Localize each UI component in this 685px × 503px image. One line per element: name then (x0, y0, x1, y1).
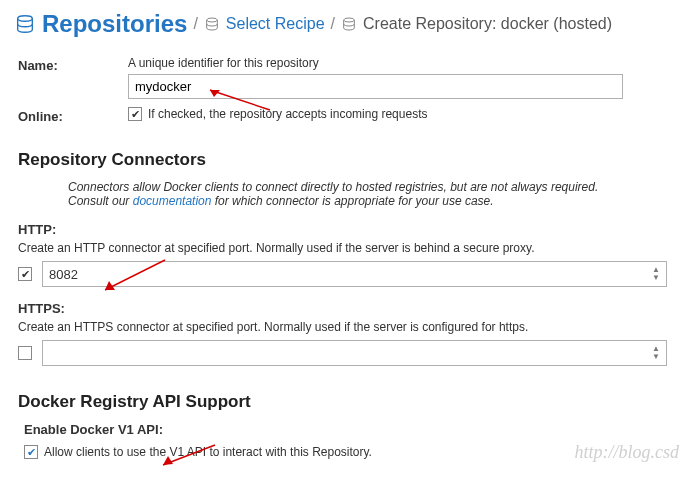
name-input[interactable] (128, 74, 623, 99)
breadcrumb-root[interactable]: Repositories (42, 10, 187, 38)
online-label: Online: (18, 107, 128, 124)
api-sub-label: Enable Docker V1 API: (24, 422, 667, 437)
name-hint: A unique identifier for this repository (128, 56, 667, 70)
online-text: If checked, the repository accepts incom… (148, 107, 427, 121)
https-port-input[interactable]: ▲▼ (42, 340, 667, 366)
documentation-link[interactable]: documentation (133, 194, 212, 208)
https-checkbox[interactable] (18, 346, 32, 360)
api-title: Docker Registry API Support (18, 392, 667, 412)
http-checkbox[interactable] (18, 267, 32, 281)
https-hint: Create an HTTPS connector at specified p… (18, 320, 667, 334)
v1-api-text: Allow clients to use the V1 API to inter… (44, 445, 372, 459)
breadcrumb-current: Create Repository: docker (hosted) (363, 15, 612, 33)
http-hint: Create an HTTP connector at specified po… (18, 241, 667, 255)
breadcrumb-select-recipe[interactable]: Select Recipe (226, 15, 325, 33)
svg-point-1 (206, 18, 217, 22)
http-label: HTTP: (18, 222, 667, 237)
spinner-arrows-icon[interactable]: ▲▼ (652, 345, 660, 361)
name-label: Name: (18, 56, 128, 73)
svg-point-0 (18, 16, 33, 22)
http-port-input[interactable]: 8082 ▲▼ (42, 261, 667, 287)
database-icon (204, 16, 220, 32)
https-label: HTTPS: (18, 301, 667, 316)
breadcrumb-sep: / (331, 15, 335, 33)
v1-api-checkbox[interactable] (24, 445, 38, 459)
breadcrumb-sep: / (193, 15, 197, 33)
svg-point-2 (344, 18, 355, 22)
database-icon (341, 16, 357, 32)
http-port-value: 8082 (49, 267, 78, 282)
connectors-description: Connectors allow Docker clients to conne… (68, 180, 628, 208)
online-checkbox[interactable] (128, 107, 142, 121)
breadcrumb: Repositories / Select Recipe / Create Re… (14, 10, 671, 38)
connectors-title: Repository Connectors (18, 150, 667, 170)
database-icon (14, 13, 36, 35)
spinner-arrows-icon[interactable]: ▲▼ (652, 266, 660, 282)
watermark: http://blog.csd (575, 442, 680, 463)
